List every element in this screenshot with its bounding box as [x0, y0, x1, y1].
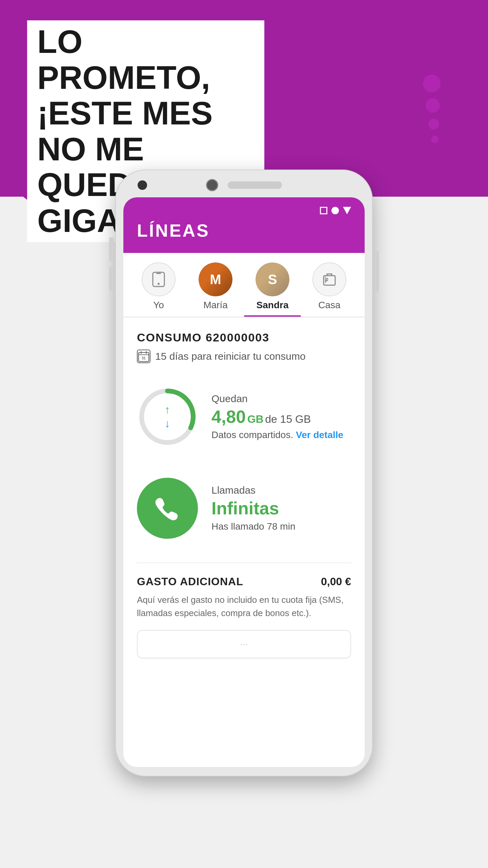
upload-arrow: ↑	[165, 403, 170, 416]
tab-sandra-avatar: S	[256, 262, 289, 296]
bottom-hint: ···	[137, 630, 351, 658]
data-amount-row: 4,80 GB de 15 GB	[211, 407, 343, 427]
speaker-grille	[228, 181, 282, 189]
tab-casa-avatar	[312, 262, 346, 296]
avatar-maria-image: M	[199, 262, 232, 296]
status-icon-circle	[331, 207, 339, 214]
tab-casa[interactable]: Casa	[301, 262, 358, 317]
calendar-icon: 31	[137, 350, 150, 363]
power-button[interactable]	[374, 251, 379, 292]
phone-mockup: LÍNEAS Yo	[115, 170, 373, 776]
headline-line2: ¡ESTE MES NO ME	[37, 95, 254, 167]
camera-lens	[206, 179, 218, 191]
tab-sandra[interactable]: S Sandra	[244, 262, 301, 317]
tab-yo-label: Yo	[153, 300, 164, 311]
tab-sandra-label: Sandra	[257, 300, 289, 311]
tabs-container: Yo M María S Sandra	[123, 253, 365, 317]
phone-screen: LÍNEAS Yo	[123, 197, 365, 767]
dot-1	[423, 75, 441, 92]
tab-yo-avatar	[142, 262, 176, 296]
gasto-section: GASTO ADICIONAL 0,00 € Aquí verás el gas…	[137, 563, 351, 620]
download-arrow: ↓	[165, 417, 170, 430]
usage-info: Quedan 4,80 GB de 15 GB Datos compartido…	[211, 393, 343, 440]
days-info: 31 15 días para reiniciar tu consumo	[137, 350, 351, 363]
phone-body: LÍNEAS Yo	[115, 170, 373, 776]
volume-down-button[interactable]	[109, 267, 114, 291]
tab-maria-avatar: M	[199, 262, 232, 296]
status-bar	[137, 207, 351, 214]
dot-4	[431, 136, 439, 143]
data-usage-card: ↑ ↓ Quedan 4,80 GB de 15 GB Datos compar…	[137, 379, 351, 454]
gasto-title: GASTO ADICIONAL	[137, 575, 243, 588]
volume-up-button[interactable]	[109, 237, 114, 261]
data-circle-progress: ↑ ↓	[137, 386, 198, 447]
status-icon-square	[320, 207, 327, 214]
tab-maria-label: María	[203, 300, 228, 311]
tab-maria[interactable]: M María	[187, 262, 244, 317]
data-amount: 4,80	[211, 407, 246, 427]
consumo-title: CONSUMO 620000003	[137, 331, 351, 344]
svg-rect-5	[156, 273, 161, 274]
llamadas-label: Llamadas	[211, 485, 295, 496]
svg-point-8	[326, 280, 327, 282]
svg-text:31: 31	[142, 356, 146, 360]
gasto-amount: 0,00 €	[321, 575, 351, 588]
infinitas-value: Infinitas	[211, 498, 295, 518]
tab-yo[interactable]: Yo	[130, 262, 187, 317]
app-title: LÍNEAS	[137, 220, 351, 241]
status-icon-triangle	[343, 207, 351, 214]
quedan-label: Quedan	[211, 393, 343, 405]
side-buttons-left	[109, 237, 114, 297]
days-label: 15 días para reiniciar tu consumo	[155, 351, 306, 362]
ver-detalle-link[interactable]: Ver detalle	[296, 430, 343, 440]
svg-point-6	[158, 283, 160, 285]
datos-compartidos: Datos compartidos. Ver detalle	[211, 430, 343, 440]
calls-card: Llamadas Infinitas Has llamado 78 min	[137, 471, 351, 546]
content-area: CONSUMO 620000003 31 15 días para reinic…	[123, 317, 365, 672]
data-unit: GB	[247, 413, 264, 425]
app-header: LÍNEAS	[123, 197, 365, 253]
phone-top-bar	[123, 179, 365, 191]
decorative-dots	[423, 75, 441, 149]
avatar-sandra-image: S	[256, 262, 289, 296]
side-buttons-right	[374, 251, 379, 292]
tab-casa-label: Casa	[318, 300, 340, 311]
headline-line1: LO PROMETO,	[37, 24, 254, 95]
gasto-desc: Aquí verás el gasto no incluido en tu cu…	[137, 593, 351, 620]
calls-circle	[137, 478, 198, 539]
dot-2	[426, 98, 440, 113]
gasto-header: GASTO ADICIONAL 0,00 €	[137, 575, 351, 588]
dot-3	[428, 119, 439, 130]
data-arrows: ↑ ↓	[165, 403, 170, 430]
llamado-min: Has llamado 78 min	[211, 521, 295, 532]
calls-info: Llamadas Infinitas Has llamado 78 min	[211, 485, 295, 532]
data-total: de 15 GB	[265, 413, 311, 425]
